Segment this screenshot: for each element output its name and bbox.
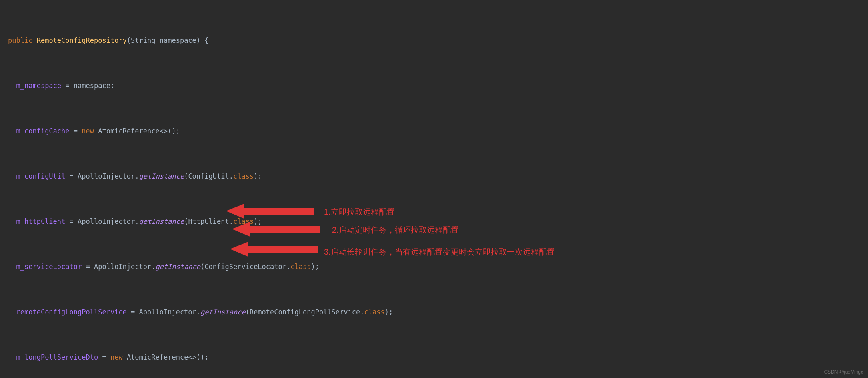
code-line: public RemoteConfigRepository(String nam… (8, 33, 868, 48)
keyword-public: public (8, 36, 32, 46)
field: m_longPollServiceDto (16, 352, 98, 362)
code-line: m_httpClient = ApolloInjector.getInstanc… (8, 214, 868, 229)
keyword-new: new (110, 352, 123, 362)
code-line: remoteConfigLongPollService = ApolloInje… (8, 304, 868, 320)
keyword-class: class (364, 307, 384, 317)
field: m_httpClient (16, 217, 65, 227)
method-call: getInstance (200, 307, 246, 317)
keyword-class: class (233, 217, 254, 227)
field: m_configUtil (16, 171, 65, 181)
method-call: getInstance (155, 262, 200, 272)
code-line: m_longPollServiceDto = new AtomicReferen… (8, 349, 868, 365)
rhs: namespace; (74, 81, 114, 91)
method-call: getInstance (139, 217, 184, 227)
rhs: AtomicReference<>(); (98, 126, 180, 136)
keyword-new: new (82, 126, 94, 136)
field: remoteConfigLongPollService (16, 307, 126, 317)
keyword-class: class (290, 262, 311, 272)
code-line: m_configUtil = ApolloInjector.getInstanc… (8, 169, 868, 184)
method-call: getInstance (139, 171, 184, 181)
code-editor: public RemoteConfigRepository(String nam… (0, 0, 868, 378)
keyword-class: class (233, 171, 254, 181)
params: (String namespace) { (127, 36, 209, 46)
field: m_namespace (16, 81, 61, 91)
code-line: m_serviceLocator = ApolloInjector.getIns… (8, 259, 868, 275)
code-line: m_namespace = namespace; (8, 78, 868, 94)
field: m_serviceLocator (16, 262, 82, 272)
watermark-label: CSDN @jueMingc (824, 369, 863, 376)
field: m_configCache (16, 126, 69, 136)
code-line: m_configCache = new AtomicReference<>(); (8, 123, 868, 139)
constructor-name: RemoteConfigRepository (37, 36, 127, 46)
